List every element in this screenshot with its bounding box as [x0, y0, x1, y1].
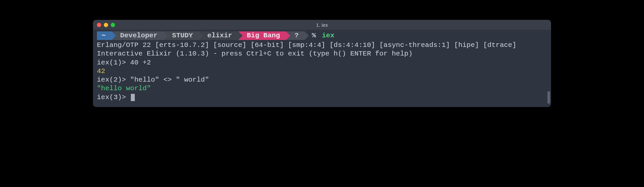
terminal-window: 1. iex ~ Developer STUDY elixir Big Bang… [93, 20, 551, 107]
close-icon[interactable] [97, 23, 101, 27]
repl-prompt: iex(2)> [97, 76, 130, 84]
breadcrumb-segment: Developer [112, 31, 163, 40]
terminal-body[interactable]: ~ Developer STUDY elixir Big Bang ? % ie… [93, 30, 551, 107]
breadcrumb-segment: elixir [199, 31, 238, 40]
breadcrumb-home: ~ [97, 31, 112, 40]
repl-prompt: iex(1)> [97, 59, 130, 66]
scrollbar-thumb[interactable] [547, 91, 550, 104]
repl-result: "hello world" [97, 84, 547, 93]
repl-input: "hello" <> " world" [130, 76, 209, 84]
prompt-breadcrumb: ~ Developer STUDY elixir Big Bang ? % ie… [97, 31, 547, 40]
repl-line: iex(2)> "hello" <> " world" [97, 76, 547, 84]
repl-line: iex(1)> 40 +2 [97, 58, 547, 67]
repl-prompt: iex(3)> [97, 94, 130, 101]
prompt-symbol: % [312, 31, 316, 40]
breadcrumb-segment: STUDY [163, 31, 199, 40]
git-branch: Big Bang [238, 31, 286, 40]
elixir-banner: Interactive Elixir (1.10.3) - press Ctrl… [97, 50, 547, 58]
titlebar[interactable]: 1. iex [93, 20, 551, 30]
repl-input: 40 +2 [130, 59, 151, 66]
entered-command: iex [322, 31, 335, 40]
maximize-icon[interactable] [111, 23, 115, 27]
repl-result: 42 [97, 67, 547, 76]
window-title: 1. iex [316, 22, 328, 28]
traffic-lights [97, 23, 115, 27]
cursor[interactable] [131, 94, 135, 101]
prompt-tail: % iex [312, 31, 334, 40]
erlang-banner: Erlang/OTP 22 [erts-10.7.2] [source] [64… [97, 41, 547, 50]
repl-line: iex(3)> [97, 93, 547, 102]
minimize-icon[interactable] [104, 23, 108, 27]
